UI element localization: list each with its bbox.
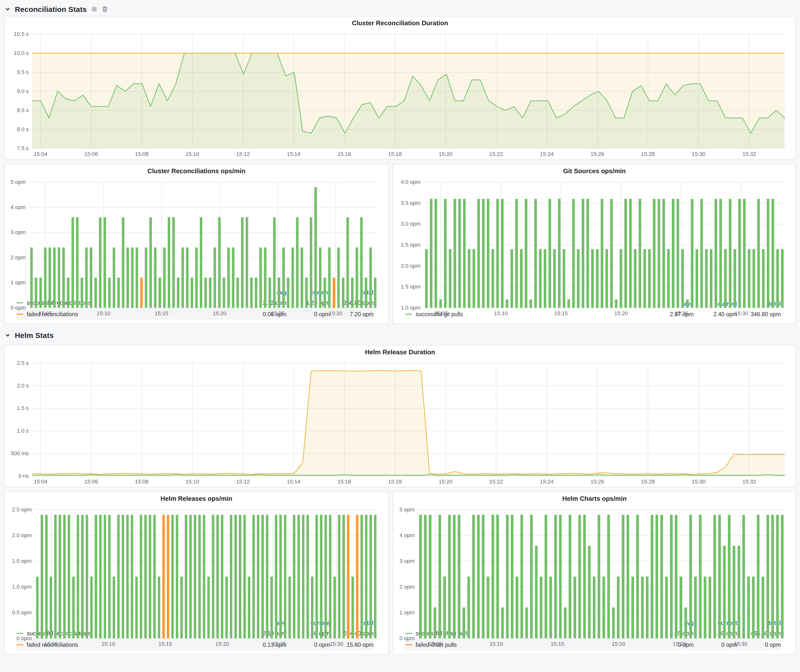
svg-text:15:04: 15:04 — [34, 478, 47, 485]
svg-text:15:06: 15:06 — [84, 151, 98, 157]
svg-text:5 opm: 5 opm — [11, 179, 26, 185]
helm-release-duration-chart[interactable]: 2.5 s2.0 s1.5 s1.0 s500 ms0 ns15:0415:06… — [7, 358, 792, 486]
svg-text:15:32: 15:32 — [742, 478, 756, 485]
chart-svg: 10.5 s10.0 s9.5 s9.0 s8.5 s8.0 s7.5 s15:… — [7, 29, 792, 158]
git-sources-chart[interactable]: 4.0 opm3.5 opm3.0 opm2.5 opm2.0 opm1.5 o… — [396, 177, 792, 298]
svg-text:15:06: 15:06 — [84, 478, 98, 485]
panel-title[interactable]: Helm Release Duration — [5, 346, 795, 358]
svg-text:15:28: 15:28 — [641, 151, 655, 157]
svg-text:15:26: 15:26 — [590, 151, 604, 157]
svg-text:15:05: 15:05 — [434, 310, 448, 317]
svg-text:1.5 opm: 1.5 opm — [12, 558, 32, 564]
svg-text:15:05: 15:05 — [429, 641, 442, 647]
panel-helm-release-duration: Helm Release Duration 2.5 s2.0 s1.5 s1.0… — [4, 345, 796, 487]
svg-text:2 opm: 2 opm — [400, 584, 414, 590]
svg-text:1 opm: 1 opm — [11, 279, 26, 286]
section-header-helm-stats[interactable]: Helm Stats — [4, 328, 796, 342]
svg-text:15:10: 15:10 — [101, 641, 115, 647]
svg-text:15:26: 15:26 — [590, 478, 604, 485]
svg-text:4.0 opm: 4.0 opm — [401, 179, 421, 185]
svg-text:2.5 s: 2.5 s — [17, 360, 29, 366]
svg-text:15:14: 15:14 — [287, 151, 300, 157]
svg-text:15:20: 15:20 — [438, 151, 452, 157]
svg-text:15:16: 15:16 — [338, 478, 351, 485]
helm-releases-chart[interactable]: 2.5 opm2.0 opm1.5 opm1.0 opm0.5 opm0 opm… — [7, 505, 384, 617]
svg-text:15:24: 15:24 — [540, 151, 554, 157]
chevron-down-icon[interactable] — [5, 6, 10, 12]
grafana-dashboard: Reconciliation Stats Cluster Reconciliat… — [0, 0, 800, 672]
section-title[interactable]: Reconciliation Stats — [15, 5, 87, 13]
svg-text:15:28: 15:28 — [641, 478, 655, 485]
svg-text:15:20: 15:20 — [213, 310, 226, 317]
svg-text:1.0 opm: 1.0 opm — [12, 584, 32, 590]
svg-text:15:30: 15:30 — [330, 641, 343, 647]
chevron-down-icon[interactable] — [5, 332, 10, 338]
cluster-reconciliation-duration-chart[interactable]: 10.5 s10.0 s9.5 s9.0 s8.5 s8.0 s7.5 s15:… — [7, 29, 792, 158]
svg-text:0 opm: 0 opm — [11, 305, 26, 311]
svg-text:1 opm: 1 opm — [400, 610, 414, 616]
panel-title[interactable]: Cluster Reconciliations ops/min — [5, 164, 388, 177]
svg-text:15:20: 15:20 — [438, 478, 452, 485]
svg-text:15:10: 15:10 — [97, 310, 110, 317]
svg-text:15:18: 15:18 — [388, 478, 402, 485]
svg-text:15:22: 15:22 — [489, 151, 503, 157]
svg-text:2.0 opm: 2.0 opm — [12, 532, 32, 538]
section-title[interactable]: Helm Stats — [15, 331, 54, 339]
trash-icon[interactable] — [102, 6, 108, 12]
section-header-reconciliation-stats[interactable]: Reconciliation Stats — [4, 2, 796, 16]
gear-icon[interactable] — [91, 6, 98, 12]
svg-text:9.5 s: 9.5 s — [17, 69, 29, 75]
svg-text:3 opm: 3 opm — [400, 558, 414, 564]
svg-text:1.0 s: 1.0 s — [17, 428, 29, 434]
svg-text:2.5 opm: 2.5 opm — [12, 506, 32, 513]
svg-text:5 opm: 5 opm — [400, 506, 414, 513]
chart-svg: 5 opm4 opm3 opm2 opm1 opm0 opm15:0515:10… — [396, 505, 792, 648]
svg-text:2.5 opm: 2.5 opm — [401, 242, 421, 248]
helm-charts-chart[interactable]: 5 opm4 opm3 opm2 opm1 opm0 opm15:0515:10… — [396, 505, 792, 617]
panel-git-sources-opm: Git Sources ops/min 4.0 opm3.5 opm3.0 op… — [393, 164, 796, 324]
cluster-reconciliations-chart[interactable]: 5 opm4 opm3 opm2 opm1 opm0 opm15:0515:10… — [7, 177, 384, 286]
svg-text:15:08: 15:08 — [135, 151, 149, 157]
panel-cluster-reconciliations-opm: Cluster Reconciliations ops/min 5 opm4 o… — [4, 164, 389, 324]
svg-text:15:16: 15:16 — [338, 151, 351, 157]
svg-text:15:32: 15:32 — [742, 151, 756, 157]
svg-text:15:20: 15:20 — [614, 310, 628, 317]
svg-text:15:15: 15:15 — [155, 310, 168, 317]
svg-text:4 opm: 4 opm — [400, 532, 414, 538]
panel-title[interactable]: Helm Releases ops/min — [5, 492, 388, 505]
svg-text:15:12: 15:12 — [236, 478, 250, 485]
svg-text:15:30: 15:30 — [692, 478, 706, 485]
svg-text:15:24: 15:24 — [540, 478, 554, 485]
svg-text:0.5 opm: 0.5 opm — [12, 610, 32, 616]
svg-text:8.5 s: 8.5 s — [17, 107, 29, 113]
panel-cluster-reconciliation-duration: Cluster Reconciliation Duration 10.5 s10… — [4, 16, 796, 160]
svg-text:4 opm: 4 opm — [11, 204, 26, 210]
panel-title[interactable]: Helm Charts ops/min — [393, 492, 795, 505]
chart-svg: 2.5 s2.0 s1.5 s1.0 s500 ms0 ns15:0415:06… — [7, 358, 792, 486]
svg-text:15:15: 15:15 — [554, 310, 568, 317]
svg-text:15:20: 15:20 — [612, 641, 626, 647]
svg-text:0 opm: 0 opm — [400, 635, 414, 641]
svg-text:15:10: 15:10 — [490, 641, 503, 647]
svg-text:15:18: 15:18 — [388, 151, 402, 157]
svg-text:3.0 opm: 3.0 opm — [401, 221, 421, 227]
svg-text:15:30: 15:30 — [734, 310, 748, 317]
panel-helm-releases-opm: Helm Releases ops/min 2.5 opm2.0 opm1.5 … — [4, 491, 389, 655]
svg-text:2.0 opm: 2.0 opm — [401, 263, 421, 269]
chart-svg: 5 opm4 opm3 opm2 opm1 opm0 opm15:0515:10… — [7, 177, 384, 318]
svg-text:15:30: 15:30 — [329, 310, 342, 317]
svg-text:1.0 opm: 1.0 opm — [401, 305, 421, 311]
svg-text:10.0 s: 10.0 s — [14, 50, 29, 56]
svg-text:2.0 s: 2.0 s — [17, 382, 29, 389]
svg-text:15:25: 15:25 — [271, 310, 285, 317]
svg-text:1.5 opm: 1.5 opm — [401, 283, 421, 290]
panel-helm-charts-opm: Helm Charts ops/min 5 opm4 opm3 opm2 opm… — [393, 491, 796, 655]
svg-text:3.5 opm: 3.5 opm — [401, 200, 421, 206]
panel-title[interactable]: Cluster Reconciliation Duration — [5, 16, 795, 29]
panel-title[interactable]: Git Sources ops/min — [393, 164, 795, 177]
svg-text:15:10: 15:10 — [186, 151, 199, 157]
svg-text:15:30: 15:30 — [734, 641, 747, 647]
svg-text:15:10: 15:10 — [186, 478, 199, 485]
svg-text:15:15: 15:15 — [158, 641, 172, 647]
svg-text:15:10: 15:10 — [494, 310, 507, 317]
